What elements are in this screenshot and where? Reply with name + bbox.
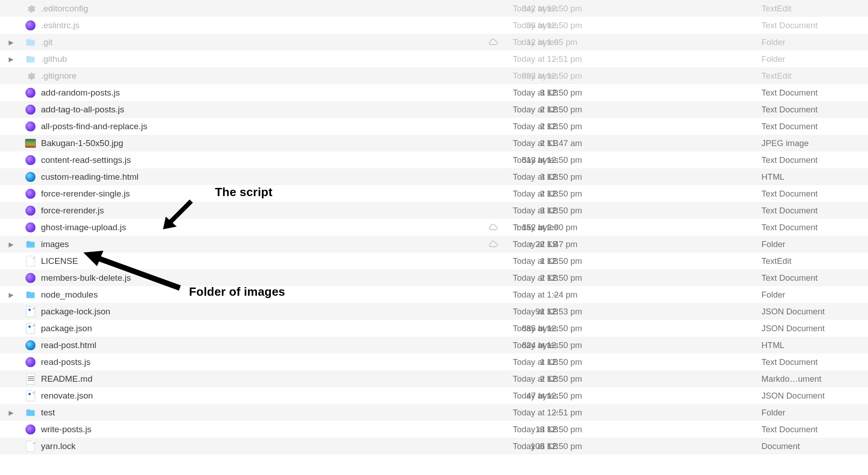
file-row[interactable]: add-random-posts.jsToday at 12:50 pm3 KB…: [0, 84, 868, 101]
file-size: 993 bytes: [440, 71, 558, 81]
html-file-icon: [26, 172, 36, 182]
file-name[interactable]: all-posts-find-and-replace.js: [41, 121, 147, 131]
generic-file-icon: [26, 256, 35, 267]
file-name[interactable]: .git: [41, 37, 52, 47]
file-icon-wrapper: [25, 356, 36, 368]
file-name[interactable]: .gitignore: [41, 71, 77, 81]
file-row[interactable]: ▶testToday at 12:51 pm--Folder: [0, 404, 868, 421]
file-name[interactable]: Bakugan-1-50x50.jpg: [41, 138, 123, 148]
file-kind: Folder: [761, 37, 785, 47]
js-file-icon: [26, 155, 36, 165]
disclosure-triangle-icon[interactable]: ▶: [7, 39, 15, 46]
file-size: 342 bytes: [440, 4, 558, 14]
disclosure-triangle-icon[interactable]: ▶: [7, 56, 15, 63]
file-icon-wrapper: [25, 205, 36, 217]
file-name[interactable]: read-post.html: [41, 340, 96, 350]
file-name[interactable]: write-posts.js: [41, 424, 92, 435]
file-row[interactable]: ▶.gitToday at 1:05 pm↑ 12 bytesFolder: [0, 34, 868, 51]
file-icon-wrapper: [25, 306, 36, 318]
file-icon-wrapper: [25, 87, 36, 99]
file-row[interactable]: members-bulk-delete.jsToday at 12:50 pm2…: [0, 269, 868, 286]
file-row[interactable]: .editorconfigToday at 12:50 pm342 bytesT…: [0, 0, 868, 17]
file-row[interactable]: renovate.jsonToday at 12:50 pm47 bytesJS…: [0, 387, 868, 404]
file-icon-wrapper: [25, 137, 36, 149]
json-file-icon: [26, 390, 35, 401]
file-icon-wrapper: [25, 171, 36, 183]
file-icon-wrapper: [25, 323, 36, 334]
file-list: .editorconfigToday at 12:50 pm342 bytesT…: [0, 0, 868, 455]
file-row[interactable]: yarn.lockToday at 12:50 pm105 KBDocument: [0, 438, 868, 455]
file-row[interactable]: force-rerender.jsToday at 12:50 pm3 KBTe…: [0, 202, 868, 219]
file-name[interactable]: read-posts.js: [41, 357, 91, 367]
disclosure-triangle-icon[interactable]: ▶: [7, 291, 15, 298]
file-name[interactable]: node_modules: [41, 290, 98, 300]
file-row[interactable]: .gitignoreToday at 12:50 pm993 bytesText…: [0, 67, 868, 84]
file-row[interactable]: force-rerender-single.jsToday at 12:50 p…: [0, 185, 868, 202]
file-name[interactable]: package.json: [41, 323, 92, 334]
file-name[interactable]: images: [41, 239, 69, 249]
file-row[interactable]: write-posts.jsToday at 12:50 pm13 KBText…: [0, 421, 868, 438]
file-kind: Text Document: [761, 155, 817, 165]
js-file-icon: [26, 222, 36, 232]
disclosure-triangle-icon[interactable]: ▶: [7, 409, 15, 416]
file-name[interactable]: members-bulk-delete.js: [41, 273, 131, 283]
file-name[interactable]: force-rerender.js: [41, 206, 104, 216]
file-icon-wrapper: [25, 440, 36, 452]
file-name[interactable]: custom-reading-time.html: [41, 172, 138, 182]
file-name[interactable]: add-tag-to-all-posts.js: [41, 105, 124, 115]
file-name[interactable]: package-lock.json: [41, 307, 110, 317]
file-size: 2 KB: [440, 138, 558, 148]
file-name[interactable]: README.md: [41, 374, 92, 384]
file-row[interactable]: ▶.githubToday at 12:51 pm--Folder: [0, 51, 868, 67]
file-row[interactable]: read-post.htmlToday at 12:50 pm624 bytes…: [0, 337, 868, 354]
json-file-icon: [26, 323, 35, 334]
html-file-icon: [26, 340, 36, 350]
file-size: 105 KB: [440, 441, 558, 451]
file-row[interactable]: Bakugan-1-50x50.jpgToday at 11:47 am2 KB…: [0, 135, 868, 152]
file-row[interactable]: ghost-image-upload.jsToday at 2:00 pm↑ 1…: [0, 219, 868, 236]
file-name[interactable]: LICENSE: [41, 256, 78, 266]
file-size: 2 KB: [440, 273, 558, 283]
file-size: 1 KB: [440, 357, 558, 367]
file-kind: Document: [761, 441, 800, 451]
file-kind: Text Document: [761, 121, 817, 131]
file-row[interactable]: package.jsonToday at 12:50 pm885 bytesJS…: [0, 320, 868, 337]
file-name[interactable]: yarn.lock: [41, 441, 76, 451]
file-size: 2 KB: [440, 121, 558, 131]
file-row[interactable]: custom-reading-time.htmlToday at 12:50 p…: [0, 168, 868, 185]
file-icon-wrapper: [25, 339, 36, 351]
file-name[interactable]: content-read-settings.js: [41, 155, 131, 165]
file-row[interactable]: all-posts-find-and-replace.jsToday at 12…: [0, 118, 868, 135]
file-name[interactable]: add-random-posts.js: [41, 88, 120, 98]
file-name[interactable]: renovate.json: [41, 391, 93, 401]
image-thumbnail-icon: [25, 139, 36, 148]
gear-icon: [26, 71, 36, 81]
file-size: 2 KB: [440, 189, 558, 199]
file-row[interactable]: add-tag-to-all-posts.jsToday at 12:50 pm…: [0, 101, 868, 118]
file-name[interactable]: .editorconfig: [41, 4, 88, 14]
file-name[interactable]: force-rerender-single.js: [41, 189, 130, 199]
file-name[interactable]: ghost-image-upload.js: [41, 222, 126, 232]
file-row[interactable]: ▶node_modulesToday at 1:24 pm--Folder: [0, 286, 868, 303]
file-icon-wrapper: [25, 188, 36, 200]
file-row[interactable]: read-posts.jsToday at 12:50 pm1 KBText D…: [0, 354, 868, 370]
file-size: 2 KB: [440, 105, 558, 115]
file-row[interactable]: content-read-settings.jsToday at 12:50 p…: [0, 152, 868, 168]
markdown-file-icon: [26, 374, 35, 384]
file-name[interactable]: .github: [41, 54, 67, 64]
file-icon-wrapper: [25, 3, 36, 15]
file-kind: Text Document: [761, 273, 817, 283]
file-row[interactable]: LICENSEToday at 12:50 pm1 KBTextEdit: [0, 253, 868, 269]
file-name[interactable]: .eslintrc.js: [41, 20, 79, 30]
folder-icon: [25, 54, 36, 64]
file-icon-wrapper: [25, 104, 36, 116]
file-kind: Folder: [761, 54, 785, 64]
file-row[interactable]: package-lock.jsonToday at 12:53 pm91 KBJ…: [0, 303, 868, 320]
file-kind: JPEG image: [761, 138, 809, 148]
file-row[interactable]: ▶imagesToday at 1:47 pm↑ 22 KBFolder: [0, 236, 868, 253]
file-name[interactable]: test: [41, 408, 55, 418]
disclosure-triangle-icon[interactable]: ▶: [7, 241, 15, 248]
file-row[interactable]: .eslintrc.jsToday at 12:50 pm96 bytesTex…: [0, 17, 868, 34]
js-file-icon: [26, 424, 36, 435]
file-row[interactable]: README.mdToday at 12:50 pm2 KBMarkdo…ume…: [0, 370, 868, 387]
